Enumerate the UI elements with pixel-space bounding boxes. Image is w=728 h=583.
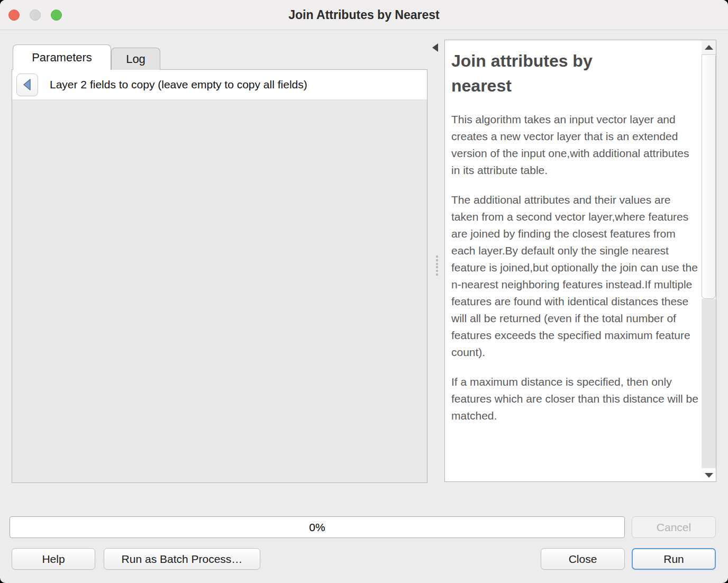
- close-dialog-button[interactable]: Close: [541, 548, 625, 570]
- help-scrollbar[interactable]: [702, 40, 716, 481]
- title-bar: Join Attributes by Nearest: [0, 0, 728, 30]
- tab-log[interactable]: Log: [111, 48, 160, 70]
- help-paragraph: If a maximum distance is specified, then…: [451, 374, 698, 424]
- scroll-down-button[interactable]: [702, 469, 716, 481]
- progress-bar: 0%: [10, 516, 625, 538]
- help-paragraph: The additional attributes and their valu…: [451, 192, 698, 361]
- scrollbar-thumb[interactable]: [702, 56, 716, 299]
- scroll-up-button[interactable]: [702, 40, 716, 55]
- help-panel: Join attributes by nearest This algorith…: [444, 40, 716, 482]
- help-heading: Join attributes by nearest: [451, 49, 647, 98]
- run-as-batch-button[interactable]: Run as Batch Process…: [104, 548, 260, 570]
- arrow-up-icon: [705, 45, 713, 50]
- minimize-button[interactable]: [30, 10, 41, 21]
- back-button[interactable]: [16, 74, 38, 96]
- back-arrow-icon: [21, 78, 34, 92]
- window-title: Join Attributes by Nearest: [288, 8, 439, 22]
- dialog-window: Join Attributes by Nearest Parameters Lo…: [0, 0, 728, 583]
- collapse-panel-arrow-icon[interactable]: [432, 43, 438, 52]
- scrollbar-groove: [702, 299, 716, 468]
- close-button[interactable]: [8, 10, 20, 21]
- help-content: Join attributes by nearest This algorith…: [445, 40, 702, 481]
- help-paragraphs: This algorithm takes an input vector lay…: [451, 111, 698, 424]
- help-paragraph: This algorithm takes an input vector lay…: [451, 111, 698, 179]
- tab-parameters[interactable]: Parameters: [13, 44, 111, 70]
- cancel-button: Cancel: [632, 516, 716, 538]
- help-button[interactable]: Help: [12, 548, 95, 570]
- zoom-button[interactable]: [51, 10, 62, 21]
- traffic-lights: [8, 10, 62, 21]
- pane-header-label: Layer 2 fields to copy (leave empty to c…: [50, 78, 307, 91]
- parameters-pane: Layer 2 fields to copy (leave empty to c…: [12, 69, 427, 483]
- run-button[interactable]: Run: [632, 548, 716, 570]
- splitter-handle[interactable]: [436, 256, 439, 276]
- pane-header: Layer 2 fields to copy (leave empty to c…: [12, 70, 427, 100]
- arrow-down-icon: [705, 473, 713, 478]
